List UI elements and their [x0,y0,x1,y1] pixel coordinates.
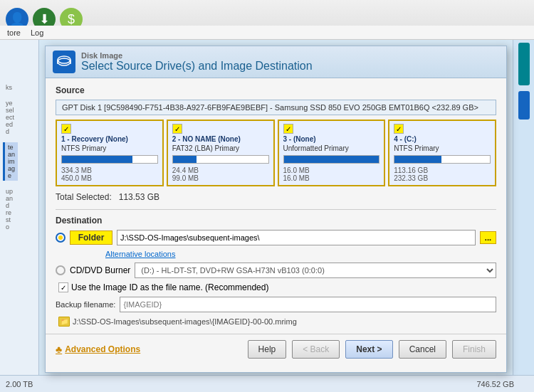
partition-2-checkbox[interactable]: ✓ [172,124,182,134]
use-image-id-checkbox[interactable]: ✓ [58,282,68,292]
cd-radio[interactable] [56,265,66,275]
partition-4-sizes: 113.16 GB 232.33 GB [394,166,491,182]
browse-button[interactable]: ... [480,231,496,244]
advanced-options-link[interactable]: ♣ Advanced Options [56,344,140,355]
toolbar-menu: tore Log [0,26,534,40]
left-sidebar-content: ks yeselectedd teanimage upandresto [3,83,18,238]
bottom-size-2: 746.52 GB [476,380,514,388]
partition-4-bar [394,155,491,164]
partition-3-sizes: 16.0 MB 16.0 MB [283,166,380,182]
right-bar-blue [518,91,530,120]
cancel-button[interactable]: Cancel [399,340,446,359]
left-item-4: upandresto [3,186,18,232]
partition-1-type: NTFS Primary [61,144,158,152]
disk-info-text: GPT Disk 1 [9C598490-F751-4B38-A927-6FB9… [62,103,478,112]
left-item-1: ks [3,83,18,92]
disk-info-bar: GPT Disk 1 [9C598490-F751-4B38-A927-6FB9… [56,100,496,115]
dialog-title-small: Disk Image [81,51,313,60]
next-button[interactable]: Next > [345,340,392,359]
folder-row: Folder ... [56,230,496,245]
back-button[interactable]: < Back [292,340,340,359]
partition-item-2[interactable]: ✓ 2 - NO NAME (None) FAT32 (LBA) Primary… [167,120,275,186]
dialog-icon [53,51,75,73]
bottom-bar: 2.00 TB 746.52 GB [0,375,534,392]
partition-4-checkbox[interactable]: ✓ [394,124,404,134]
left-item-3: teanimage [3,142,18,181]
partition-2-sizes: 24.4 MB 99.0 MB [172,166,269,182]
partition-2-name: 2 - NO NAME (None) [172,135,269,143]
partition-4-type: NTFS Primary [394,144,491,152]
destination-section: Destination Folder ... Alternative locat… [56,209,496,327]
total-value: 113.53 GB [119,192,159,202]
cd-label: CD/DVD Burner [70,265,130,275]
partition-4-name: 4 - (C:) [394,135,491,143]
folder-radio[interactable] [56,233,66,243]
partition-2-fill [173,156,197,163]
toolbar: 👤 ⬇ $ tore Log [0,0,534,39]
partition-2-bar [172,155,269,164]
partition-3-checkbox[interactable]: ✓ [283,124,293,134]
partition-4-fill [394,156,441,163]
partition-grid: ✓ 1 - Recovery (None) NTFS Primary 334.3… [56,120,496,186]
partition-1-sizes: 334.3 MB 450.0 MB [61,166,158,182]
output-path-row: 📁 J:\SSD-OS-Images\subsequent-images\{IM… [58,317,496,327]
output-path-text: J:\SSD-OS-Images\subsequent-images\{IMAG… [73,317,297,326]
right-sidebar [513,40,534,392]
backup-filename-input[interactable] [120,297,496,312]
partition-item-1[interactable]: ✓ 1 - Recovery (None) NTFS Primary 334.3… [56,120,164,186]
right-bar-teal [518,43,530,85]
cd-select[interactable]: (D:) - HL-DT-ST, DVD+RW GSA-H73N vB103 (… [135,263,496,278]
partition-3-name: 3 - (None) [283,135,380,143]
partition-1-checkbox[interactable]: ✓ [61,124,71,134]
use-image-id-row: ✓ Use the Image ID as the file name. (Re… [58,282,496,292]
partition-item-3[interactable]: ✓ 3 - (None) Unformatted Primary 16.0 MB… [278,120,386,186]
partition-1-name: 1 - Recovery (None) [61,135,158,143]
dialog-footer: ♣ Advanced Options Help < Back Next > Ca… [46,334,506,364]
dialog-body: Source GPT Disk 1 [9C598490-F751-4B38-A9… [46,78,506,334]
alt-locations-link[interactable]: Alternative locations [105,250,496,258]
use-image-id-label: Use the Image ID as the file name. (Reco… [71,282,268,292]
left-sidebar: ks yeselectedd teanimage upandresto [0,40,39,392]
advanced-options-label: Advanced Options [65,344,140,354]
backup-filename-row: Backup filename: [56,297,496,312]
menu-item-store[interactable]: tore [3,27,25,38]
partition-2-type: FAT32 (LBA) Primary [172,144,269,152]
backup-filename-label: Backup filename: [56,300,115,309]
dialog-overlay: Disk Image Select Source Drive(s) and Im… [39,40,513,375]
total-selected: Total Selected: 113.53 GB [56,192,496,202]
folder-path-input[interactable] [117,230,476,245]
partition-1-fill [62,156,132,163]
advanced-icon: ♣ [56,344,62,355]
folder-label[interactable]: Folder [70,231,112,245]
help-button[interactable]: Help [248,340,287,359]
bottom-size-1: 2.00 TB [6,380,33,388]
folder-icon: 📁 [58,317,70,327]
dialog: Disk Image Select Source Drive(s) and Im… [45,46,507,373]
partition-3-bar [283,155,380,164]
partition-1-bar [61,155,158,164]
source-label: Source [56,85,496,95]
dialog-header: Select Source Drive(s) and Image Destina… [81,60,313,73]
cd-row: CD/DVD Burner (D:) - HL-DT-ST, DVD+RW GS… [56,263,496,278]
dialog-titlebar: Disk Image Select Source Drive(s) and Im… [46,46,506,78]
finish-button[interactable]: Finish [452,340,496,359]
partition-3-type: Unformatted Primary [283,144,380,152]
total-label: Total Selected: [56,192,112,202]
menu-item-log[interactable]: Log [26,27,48,38]
left-item-2: yeselectedd [3,98,18,137]
destination-label: Destination [56,216,496,226]
partition-item-4[interactable]: ✓ 4 - (C:) NTFS Primary 113.16 GB 232.33… [388,120,496,186]
partition-3-fill [284,156,379,163]
